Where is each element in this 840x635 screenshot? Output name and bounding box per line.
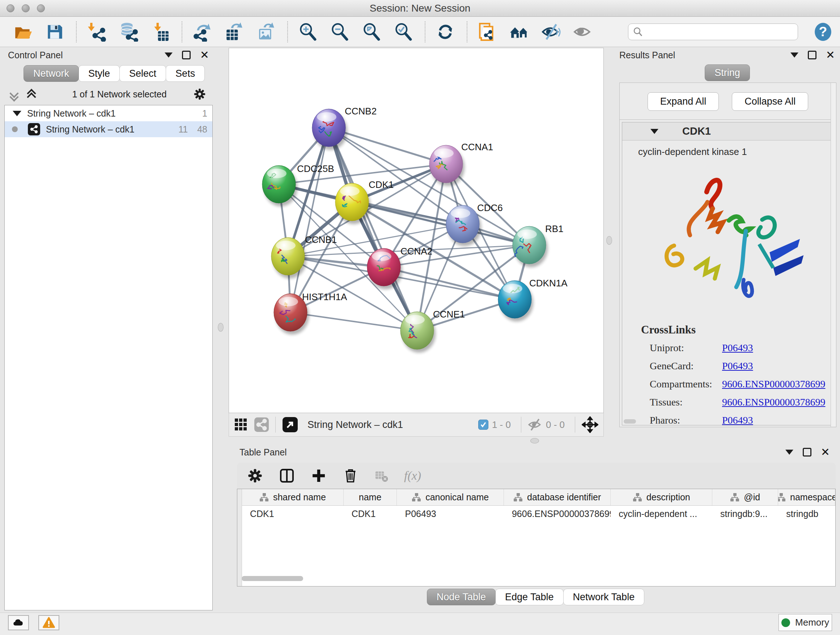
network-node-cdc6[interactable] bbox=[446, 205, 481, 246]
tab-edge-table[interactable]: Edge Table bbox=[495, 589, 564, 605]
zoom-fit-icon[interactable] bbox=[361, 21, 382, 42]
hidden-eye-icon[interactable] bbox=[528, 417, 542, 432]
table-row[interactable]: CDK1CDK1P064939606.ENSP00000378699cyclin… bbox=[242, 506, 835, 522]
panel-float-icon[interactable] bbox=[803, 448, 812, 456]
network-node-ccnb2[interactable] bbox=[312, 109, 347, 150]
show-all-eye-icon[interactable] bbox=[572, 21, 593, 42]
column-header-canonical-name[interactable]: canonical name bbox=[397, 489, 504, 505]
import-network-icon[interactable] bbox=[86, 21, 107, 42]
crosslink-link[interactable]: 9606.ENSP00000378699 bbox=[722, 378, 825, 390]
duplicate-network-icon[interactable] bbox=[477, 21, 498, 42]
crosslink-link[interactable]: P06493 bbox=[722, 342, 753, 354]
column-header-database-identifier[interactable]: database identifier bbox=[504, 489, 611, 505]
panel-close-icon[interactable]: ✕ bbox=[826, 51, 835, 59]
table-gear-icon[interactable] bbox=[247, 468, 263, 484]
function-builder-icon[interactable]: f(x) bbox=[404, 469, 421, 483]
tab-string[interactable]: String bbox=[705, 65, 750, 81]
column-header-name[interactable]: name bbox=[344, 489, 397, 505]
crosslink-row: GeneCard:P06493 bbox=[641, 360, 836, 372]
open-session-icon[interactable] bbox=[12, 21, 33, 42]
delete-table-icon[interactable] bbox=[374, 469, 388, 483]
node-table: shared namenamecanonical namedatabase id… bbox=[237, 489, 836, 586]
cloud-button[interactable] bbox=[8, 615, 29, 630]
gear-icon[interactable] bbox=[193, 88, 206, 101]
network-selection-status: 1 of 1 Network selected bbox=[46, 89, 193, 100]
selected-checkbox-icon[interactable] bbox=[478, 420, 488, 430]
help-icon[interactable]: ? bbox=[813, 22, 833, 42]
network-tree-root-row[interactable]: String Network – cdk1 1 bbox=[5, 105, 212, 121]
network-node-cdc25b[interactable] bbox=[262, 165, 297, 206]
warning-button[interactable] bbox=[38, 615, 59, 630]
tree-collapse-icon[interactable] bbox=[13, 111, 21, 116]
search-box[interactable] bbox=[628, 24, 798, 40]
memory-button[interactable]: Memory bbox=[778, 614, 832, 631]
node-label-cdkn1a: CDKN1A bbox=[529, 278, 568, 288]
view-share-icon[interactable] bbox=[254, 417, 269, 432]
network-canvas[interactable]: CCNB2CCNA1CDC25BCDK1CDC6RB1CCNB1CCNA2CDK… bbox=[229, 48, 604, 413]
network-node-cdkn1a[interactable] bbox=[498, 280, 533, 321]
hide-selected-eye-icon[interactable] bbox=[540, 21, 561, 42]
tab-network[interactable]: Network bbox=[24, 65, 79, 82]
export-table-icon[interactable] bbox=[224, 21, 245, 42]
node-section-header[interactable]: CDK1 bbox=[622, 122, 834, 141]
network-edge[interactable] bbox=[291, 128, 329, 312]
expand-all-button[interactable]: Expand All bbox=[647, 92, 719, 111]
save-session-icon[interactable] bbox=[44, 21, 65, 42]
section-collapse-icon[interactable] bbox=[651, 129, 658, 134]
panel-menu-icon[interactable] bbox=[790, 52, 798, 57]
tab-network-table[interactable]: Network Table bbox=[563, 589, 645, 605]
tab-select[interactable]: Select bbox=[119, 65, 166, 82]
tab-style[interactable]: Style bbox=[79, 65, 120, 82]
houses-icon[interactable] bbox=[508, 21, 530, 42]
panel-menu-icon[interactable] bbox=[164, 52, 172, 57]
tab-node-table[interactable]: Node Table bbox=[427, 589, 496, 605]
table-hscroll-thumb[interactable] bbox=[242, 576, 303, 581]
panel-float-icon[interactable] bbox=[182, 51, 191, 59]
select-columns-icon[interactable] bbox=[279, 468, 295, 484]
column-header-@id[interactable]: @id bbox=[712, 489, 778, 505]
network-node-rb1[interactable] bbox=[513, 226, 548, 267]
results-scrollbar-track[interactable] bbox=[831, 83, 836, 427]
left-splitter-handle[interactable] bbox=[218, 323, 224, 332]
expand-all-icon[interactable] bbox=[28, 90, 38, 98]
right-splitter-handle[interactable] bbox=[606, 236, 612, 245]
delete-column-icon[interactable] bbox=[343, 468, 358, 484]
panel-menu-icon[interactable] bbox=[785, 450, 793, 455]
table-panel-title: Table Panel bbox=[240, 447, 287, 458]
node-label-rb1: RB1 bbox=[545, 223, 564, 234]
bottom-splitter-handle[interactable] bbox=[531, 438, 539, 443]
crosslink-link[interactable]: 9606.ENSP00000378699 bbox=[722, 396, 825, 408]
column-header-description[interactable]: description bbox=[611, 489, 712, 505]
zoom-selected-icon[interactable] bbox=[393, 21, 414, 42]
add-column-icon[interactable] bbox=[311, 468, 327, 484]
panel-close-icon[interactable]: ✕ bbox=[821, 448, 830, 456]
network-edge[interactable] bbox=[291, 312, 417, 331]
collapse-all-icon[interactable] bbox=[11, 90, 20, 98]
pan-crosshair-icon[interactable] bbox=[582, 416, 598, 433]
network-tree-child-row[interactable]: String Network – cdk1 11 48 bbox=[5, 121, 212, 137]
zoom-out-icon[interactable] bbox=[329, 21, 350, 42]
detach-view-icon[interactable] bbox=[282, 417, 298, 432]
tab-sets[interactable]: Sets bbox=[166, 65, 205, 82]
network-node-ccne1[interactable] bbox=[401, 312, 436, 353]
export-network-icon[interactable] bbox=[192, 21, 213, 42]
network-graph[interactable]: CCNB2CCNA1CDC25BCDK1CDC6RB1CCNB1CCNA2CDK… bbox=[229, 48, 603, 413]
export-image-icon[interactable] bbox=[256, 21, 276, 42]
section-hscroll-thumb[interactable] bbox=[624, 419, 636, 424]
panel-close-icon[interactable]: ✕ bbox=[200, 51, 209, 59]
column-header-shared-name[interactable]: shared name bbox=[242, 489, 344, 505]
zoom-in-icon[interactable] bbox=[297, 21, 318, 42]
crosslink-link[interactable]: P06493 bbox=[722, 360, 753, 372]
collapse-all-button[interactable]: Collapse All bbox=[732, 92, 808, 111]
birdseye-grid-icon[interactable] bbox=[234, 418, 248, 432]
import-database-icon[interactable] bbox=[118, 21, 139, 42]
search-input[interactable] bbox=[646, 25, 793, 39]
column-header-namespace[interactable]: namespace bbox=[778, 489, 835, 505]
panel-float-icon[interactable] bbox=[808, 51, 816, 59]
network-node-cdk1[interactable] bbox=[335, 183, 370, 224]
network-node-ccna1[interactable] bbox=[429, 145, 464, 186]
crosslink-link[interactable]: P06493 bbox=[722, 415, 753, 426]
refresh-icon[interactable] bbox=[435, 21, 456, 42]
import-table-icon[interactable] bbox=[150, 21, 171, 42]
node-label-ccne1: CCNE1 bbox=[433, 309, 465, 320]
